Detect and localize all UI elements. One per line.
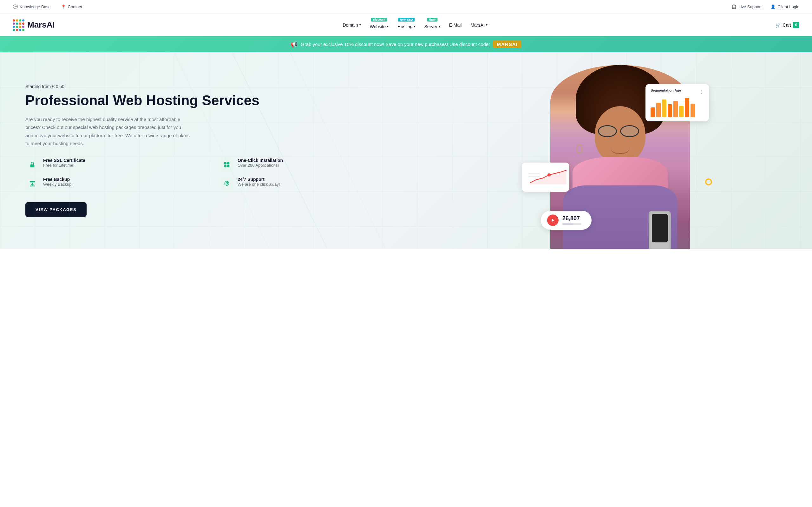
- svg-marker-17: [552, 219, 554, 222]
- knowledge-base-label: Knowledge Base: [20, 4, 51, 9]
- chart-card: Segmentation Age ⋮: [646, 84, 709, 121]
- logo-dots-icon: [13, 19, 24, 31]
- chart-menu-icon: ⋮: [699, 89, 704, 95]
- hero-title: Professional Web Hosting Services: [26, 92, 409, 109]
- chart-bar: [656, 103, 661, 117]
- one-click-text: One-Click Installation Over 200 Applicat…: [238, 158, 283, 168]
- chevron-down-icon: ▾: [414, 25, 415, 28]
- discount-badge: Discount: [371, 18, 387, 21]
- support-icon-container: [220, 177, 234, 191]
- headset-support-icon: [223, 180, 230, 187]
- discount-code: MARSAI: [493, 41, 521, 48]
- contact-label: Contact: [68, 4, 82, 9]
- face: [595, 106, 646, 163]
- svg-rect-10: [30, 185, 35, 186]
- chevron-down-icon: ▾: [359, 23, 361, 26]
- nav-item-domain[interactable]: Domain ▾: [339, 20, 364, 30]
- analytics-chart: [527, 167, 568, 186]
- marsai-label: MarsAI: [470, 22, 484, 27]
- nvm-ssd-badge: NVM SSD: [398, 18, 415, 21]
- chevron-down-icon: ▾: [439, 25, 440, 28]
- backup-subtitle: Weekly Backup!: [43, 182, 72, 187]
- ssl-text: Free SSL Certificate Free for Lifetime!: [43, 158, 85, 168]
- logo[interactable]: MarsAI: [13, 19, 55, 31]
- one-click-subtitle: Over 200 Applications!: [238, 163, 283, 168]
- hero-section: Starting from € 0.50 Professional Web Ho…: [0, 52, 812, 249]
- nav-item-hosting[interactable]: NVM SSD Hosting ▾: [394, 19, 418, 31]
- play-button[interactable]: [547, 215, 559, 226]
- feature-backup: Free Backup Weekly Backup!: [26, 177, 215, 191]
- chart-bar: [691, 104, 695, 117]
- phone: [649, 211, 671, 249]
- nav-item-marsai[interactable]: MarsAI ▾: [467, 20, 490, 30]
- starting-price: Starting from € 0.50: [26, 84, 409, 89]
- features-grid: Free SSL Certificate Free for Lifetime! …: [26, 158, 409, 191]
- top-bar-right: 🎧 Live Support 👤 Client Login: [731, 4, 799, 9]
- cart-label: Cart: [783, 22, 791, 27]
- play-icon: [551, 218, 555, 222]
- domain-label: Domain: [343, 22, 358, 27]
- feature-support: 24/7 Support We are one click away!: [220, 177, 409, 191]
- ssl-subtitle: Free for Lifetime!: [43, 163, 85, 168]
- hero-content: Starting from € 0.50 Professional Web Ho…: [0, 52, 428, 249]
- chart-bar: [651, 107, 655, 117]
- megaphone-icon: 📢: [291, 41, 298, 48]
- progress-bar: [562, 223, 581, 225]
- support-text: 24/7 Support We are one click away!: [238, 177, 280, 187]
- nav-item-server[interactable]: NEW Server ▾: [421, 19, 444, 31]
- svg-point-16: [548, 173, 551, 176]
- website-label: Website: [370, 24, 386, 29]
- client-login-link[interactable]: 👤 Client Login: [770, 4, 799, 9]
- chart-bar: [662, 100, 666, 117]
- chart-bar: [679, 106, 683, 117]
- contact-link[interactable]: 📍 Contact: [61, 4, 82, 9]
- svg-rect-8: [227, 165, 229, 167]
- smile: [611, 147, 629, 154]
- play-card[interactable]: 26,807: [541, 211, 592, 230]
- ssl-icon-container: [26, 158, 39, 172]
- grid-icon: [223, 161, 230, 168]
- live-support-label: Live Support: [739, 4, 762, 9]
- chart-bars: [651, 98, 704, 117]
- svg-rect-4: [31, 164, 35, 167]
- server-label: Server: [424, 24, 438, 29]
- glasses: [598, 125, 642, 138]
- one-click-title: One-Click Installation: [238, 158, 283, 163]
- feature-one-click: One-Click Installation Over 200 Applicat…: [220, 158, 409, 172]
- chart-bar: [668, 104, 672, 117]
- hero-description: Are you ready to receive the highest qua…: [26, 115, 190, 148]
- chart-title: Segmentation Age: [651, 89, 681, 92]
- svg-rect-6: [227, 162, 229, 164]
- view-packages-button[interactable]: VIEW PACKAGES: [26, 202, 87, 217]
- cart-button[interactable]: 🛒 Cart 0: [775, 22, 799, 28]
- new-badge: NEW: [427, 18, 438, 21]
- nav-item-website[interactable]: Discount Website ▾: [367, 19, 392, 31]
- knowledge-base-link[interactable]: 💬 Knowledge Base: [13, 4, 51, 9]
- chat-icon: 💬: [13, 4, 18, 9]
- navbar: MarsAI Domain ▾ Discount Website ▾ NVM S…: [0, 14, 812, 36]
- chevron-down-icon: ▾: [486, 23, 488, 26]
- logo-text: MarsAI: [27, 20, 55, 30]
- chart-bar: [685, 98, 689, 117]
- live-support-link[interactable]: 🎧 Live Support: [731, 4, 762, 9]
- download-icon: [29, 180, 36, 187]
- support-title: 24/7 Support: [238, 177, 280, 182]
- play-subtitle: [562, 222, 581, 226]
- lock-icon: [29, 161, 36, 168]
- discount-banner: 📢 Grab your exclusive 10% discount now! …: [0, 36, 812, 52]
- ssl-title: Free SSL Certificate: [43, 158, 85, 163]
- banner-text: Grab your exclusive 10% discount now! Sa…: [301, 42, 490, 47]
- analytics-card: [522, 163, 569, 192]
- nav-item-email[interactable]: E-Mail: [446, 20, 465, 30]
- top-bar: 💬 Knowledge Base 📍 Contact 🎧 Live Suppor…: [0, 0, 812, 14]
- svg-rect-5: [224, 162, 226, 164]
- backup-title: Free Backup: [43, 177, 72, 182]
- backup-icon-container: [26, 177, 39, 191]
- feature-ssl: Free SSL Certificate Free for Lifetime!: [26, 158, 215, 172]
- support-subtitle: We are one click away!: [238, 182, 280, 187]
- hero-image-area: Segmentation Age ⋮: [535, 59, 706, 249]
- play-info: 26,807: [562, 215, 581, 226]
- earring: [576, 144, 583, 154]
- svg-point-11: [226, 182, 228, 184]
- location-icon: 📍: [61, 4, 66, 9]
